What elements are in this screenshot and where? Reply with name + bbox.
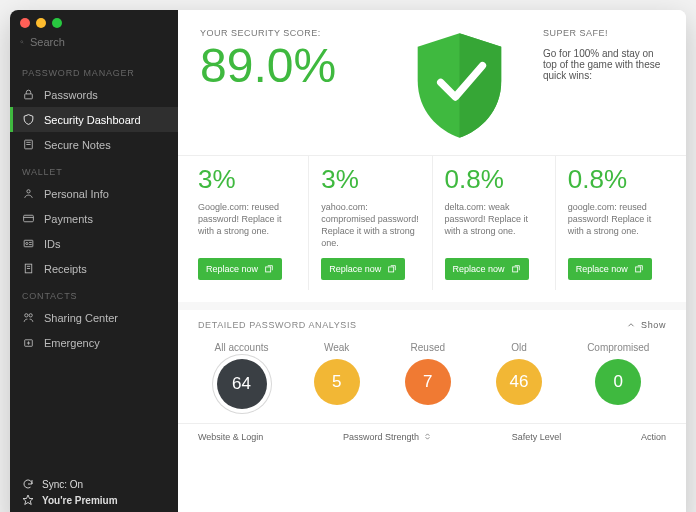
search-field[interactable] xyxy=(10,32,178,58)
svg-rect-22 xyxy=(266,266,271,271)
svg-point-17 xyxy=(29,314,32,317)
bubble-reused[interactable]: Reused 7 xyxy=(405,342,451,409)
chevron-up-icon xyxy=(626,320,636,330)
security-score-panel: YOUR SECURITY SCORE: 89.0% SUPER SAFE! G… xyxy=(178,10,686,156)
replace-button[interactable]: Replace now xyxy=(198,258,282,280)
bubble-all[interactable]: All accounts 64 xyxy=(215,342,269,409)
maximize-icon[interactable] xyxy=(52,18,62,28)
sort-icon[interactable] xyxy=(423,432,432,441)
svg-rect-7 xyxy=(24,215,34,222)
close-icon[interactable] xyxy=(20,18,30,28)
minimize-icon[interactable] xyxy=(36,18,46,28)
shield-badge xyxy=(389,28,529,143)
svg-point-0 xyxy=(21,41,23,43)
section-password-manager: PASSWORD MANAGER xyxy=(10,58,178,82)
id-icon xyxy=(22,237,35,250)
bubble-compromised[interactable]: Compromised 0 xyxy=(587,342,649,409)
svg-point-16 xyxy=(25,314,28,317)
quick-win-card: 3% yahoo.com: compromised password! Repl… xyxy=(309,156,432,290)
sidebar-item-label: Secure Notes xyxy=(44,139,111,151)
quick-win-percent: 0.8% xyxy=(568,164,666,195)
svg-point-10 xyxy=(26,242,28,244)
sidebar-item-security-dashboard[interactable]: Security Dashboard xyxy=(10,107,178,132)
sidebar-item-emergency[interactable]: Emergency xyxy=(10,330,178,355)
col-website: Website & Login xyxy=(198,432,263,442)
sidebar-item-personal-info[interactable]: Personal Info xyxy=(10,181,178,206)
search-input[interactable] xyxy=(30,36,168,48)
share-icon xyxy=(22,311,35,324)
card-icon xyxy=(22,212,35,225)
svg-line-1 xyxy=(22,42,23,43)
quick-win-card: 0.8% delta.com: weak password! Replace i… xyxy=(433,156,556,290)
safe-label: SUPER SAFE! xyxy=(543,28,664,38)
svg-rect-23 xyxy=(389,266,394,271)
svg-rect-25 xyxy=(635,266,640,271)
col-safety: Safety Level xyxy=(512,432,562,442)
sidebar-item-payments[interactable]: Payments xyxy=(10,206,178,231)
bubble-weak[interactable]: Weak 5 xyxy=(314,342,360,409)
score-value: 89.0% xyxy=(200,42,375,90)
quick-win-percent: 3% xyxy=(321,164,419,195)
sidebar-item-label: Sharing Center xyxy=(44,312,118,324)
col-action: Action xyxy=(641,432,666,442)
shield-check-icon xyxy=(402,28,517,143)
replace-button[interactable]: Replace now xyxy=(568,258,652,280)
shield-icon xyxy=(22,113,35,126)
replace-button[interactable]: Replace now xyxy=(445,258,529,280)
app-window: PASSWORD MANAGER Passwords Security Dash… xyxy=(10,10,686,512)
main-content: YOUR SECURITY SCORE: 89.0% SUPER SAFE! G… xyxy=(178,10,686,512)
sidebar-item-secure-notes[interactable]: Secure Notes xyxy=(10,132,178,157)
col-strength: Password Strength xyxy=(343,432,432,442)
svg-rect-2 xyxy=(25,94,33,99)
quick-win-desc: delta.com: weak password! Replace it wit… xyxy=(445,201,543,250)
quick-win-desc: yahoo.com: compromised password! Replace… xyxy=(321,201,419,250)
sidebar-item-receipts[interactable]: Receipts xyxy=(10,256,178,281)
sync-status: Sync: On You're Premium xyxy=(10,466,178,512)
quick-wins-row: 3% Google.com: reused password! Replace … xyxy=(178,156,686,302)
receipt-icon xyxy=(22,262,35,275)
star-icon xyxy=(22,494,34,506)
sidebar-item-label: Receipts xyxy=(44,263,87,275)
external-icon xyxy=(387,264,397,274)
external-icon xyxy=(511,264,521,274)
svg-point-6 xyxy=(27,190,30,193)
svg-marker-21 xyxy=(23,495,33,505)
quick-win-card: 0.8% google.com: reused password! Replac… xyxy=(556,156,678,290)
note-icon xyxy=(22,138,35,151)
sidebar-item-sharing-center[interactable]: Sharing Center xyxy=(10,305,178,330)
section-wallet: WALLET xyxy=(10,157,178,181)
table-header: Website & Login Password Strength Safety… xyxy=(178,423,686,450)
sidebar-item-label: IDs xyxy=(44,238,61,250)
search-icon xyxy=(20,36,24,48)
sidebar-item-label: Passwords xyxy=(44,89,98,101)
lock-icon xyxy=(22,88,35,101)
bubble-old[interactable]: Old 46 xyxy=(496,342,542,409)
show-toggle[interactable]: Show xyxy=(626,320,666,330)
analysis-bubbles: All accounts 64 Weak 5 Reused 7 Old 46 C… xyxy=(178,336,686,423)
person-icon xyxy=(22,187,35,200)
safe-text: Go for 100% and stay on top of the game … xyxy=(543,48,664,81)
quick-win-card: 3% Google.com: reused password! Replace … xyxy=(186,156,309,290)
emergency-icon xyxy=(22,336,35,349)
quick-win-desc: google.com: reused password! Replace it … xyxy=(568,201,666,250)
sidebar-item-label: Security Dashboard xyxy=(44,114,141,126)
sidebar-item-passwords[interactable]: Passwords xyxy=(10,82,178,107)
sidebar-item-label: Emergency xyxy=(44,337,100,349)
sidebar-item-label: Payments xyxy=(44,213,93,225)
analysis-panel: DETAILED PASSWORD ANALYSIS Show All acco… xyxy=(178,310,686,512)
external-icon xyxy=(634,264,644,274)
quick-win-percent: 0.8% xyxy=(445,164,543,195)
sidebar-item-ids[interactable]: IDs xyxy=(10,231,178,256)
replace-button[interactable]: Replace now xyxy=(321,258,405,280)
section-contacts: CONTACTS xyxy=(10,281,178,305)
quick-win-desc: Google.com: reused password! Replace it … xyxy=(198,201,296,250)
sidebar: PASSWORD MANAGER Passwords Security Dash… xyxy=(10,10,178,512)
quick-win-percent: 3% xyxy=(198,164,296,195)
sidebar-item-label: Personal Info xyxy=(44,188,109,200)
external-icon xyxy=(264,264,274,274)
analysis-title: DETAILED PASSWORD ANALYSIS xyxy=(198,320,357,330)
svg-rect-24 xyxy=(512,266,517,271)
sync-icon xyxy=(22,478,34,490)
window-controls xyxy=(10,10,178,32)
score-label: YOUR SECURITY SCORE: xyxy=(200,28,375,38)
